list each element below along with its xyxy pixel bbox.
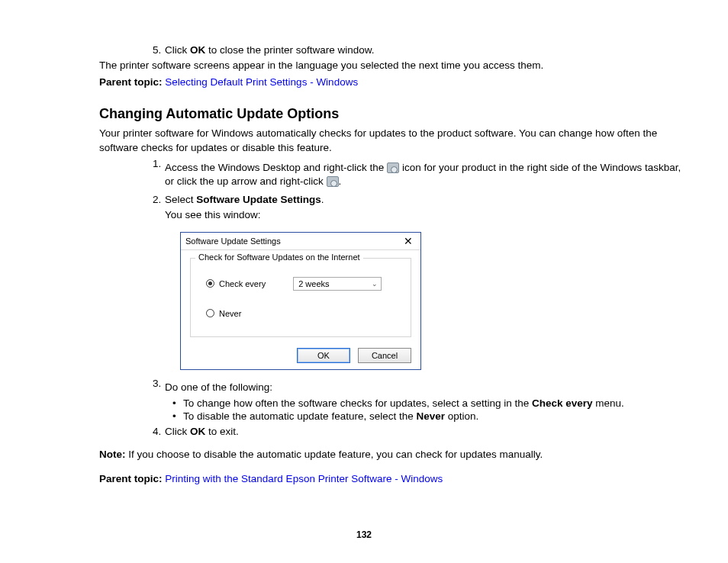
step4-post: to exit. [205, 426, 239, 437]
step5-pre: Click [165, 44, 190, 56]
after-step5-text: The printer software screens appear in t… [99, 59, 693, 72]
bullet-icon: • [172, 397, 183, 409]
step1-pre: Access the Windows Desktop and right-cli… [165, 162, 387, 173]
step5-text: Click OK to close the printer software w… [165, 44, 693, 56]
radio-never-label: Never [219, 309, 241, 318]
step2-bold: Software Update Settings [196, 194, 321, 205]
dialog-titlebar: Software Update Settings ✕ [181, 233, 420, 250]
b1-pre: To change how often the software checks … [183, 397, 532, 409]
bullet-icon: • [172, 410, 183, 422]
parent-topic-1-link[interactable]: Selecting Default Print Settings - Windo… [165, 76, 358, 88]
chevron-down-icon: ⌄ [372, 280, 378, 288]
parent-topic-2-label: Parent topic: [99, 473, 163, 484]
step3-body: Do one of the following: • To change how… [165, 378, 693, 423]
radio-never-row: Never [206, 309, 403, 318]
cancel-button[interactable]: Cancel [358, 348, 411, 363]
step4-bold: OK [190, 426, 205, 437]
dialog-screenshot: Software Update Settings ✕ Check for Sof… [180, 232, 693, 370]
parent-topic-2-link[interactable]: Printing with the Standard Epson Printer… [165, 473, 443, 484]
dialog-fieldset: Check for Software Updates on the Intern… [190, 258, 411, 337]
fieldset-legend: Check for Software Updates on the Intern… [195, 253, 363, 262]
note-label: Note: [99, 449, 126, 460]
section-intro: Your printer software for Windows automa… [99, 127, 693, 154]
step5-bold: OK [190, 44, 205, 56]
dialog-button-row: OK Cancel [181, 343, 420, 363]
b2-bold: Never [416, 410, 445, 422]
step1-number: 1. [99, 158, 165, 191]
parent-topic-2: Parent topic: Printing with the Standard… [99, 472, 693, 486]
step4-number: 4. [99, 426, 165, 437]
step2-number: 2. [99, 194, 165, 225]
step5-number: 5. [99, 44, 165, 56]
interval-combo-value: 2 weeks [298, 279, 329, 288]
radio-never[interactable] [206, 309, 214, 317]
b1-post: menu. [593, 397, 624, 409]
radio-check-every-label: Check every [219, 279, 266, 288]
step2-post: . [321, 194, 324, 205]
section-heading: Changing Automatic Update Options [99, 106, 693, 122]
step4-pre: Click [165, 426, 190, 437]
note-text: If you choose to disable the automatic u… [126, 449, 543, 460]
step2-yousee: You see this window: [165, 208, 693, 222]
step4-text: Click OK to exit. [165, 426, 693, 437]
step1-text: Access the Windows Desktop and right-cli… [165, 161, 693, 188]
step2-text: Select Software Update Settings. You see… [165, 194, 693, 225]
b2-post: option. [445, 410, 478, 422]
step3-number: 3. [99, 378, 165, 423]
radio-check-every[interactable] [206, 279, 214, 288]
step3-text: Do one of the following: [165, 381, 693, 394]
step3-bullet2: • To disable the automatic update featur… [172, 410, 693, 422]
radio-check-every-row: Check every 2 weeks ⌄ [206, 277, 403, 291]
b2-pre: To disable the automatic update feature,… [183, 410, 416, 422]
step3-bullet1: • To change how often the software check… [172, 397, 693, 409]
step1-post: . [339, 175, 342, 187]
step5-post: to close the printer software window. [205, 44, 374, 56]
note-paragraph: Note: If you choose to disable the autom… [99, 448, 693, 462]
ok-button[interactable]: OK [297, 348, 350, 363]
dialog-title: Software Update Settings [185, 236, 281, 246]
step2-pre: Select [165, 194, 196, 205]
taskbar-product-icon [387, 162, 399, 173]
close-icon[interactable]: ✕ [401, 236, 416, 246]
parent-topic-1: Parent topic: Selecting Default Print Se… [99, 76, 693, 89]
interval-combo[interactable]: 2 weeks ⌄ [293, 277, 382, 291]
parent-topic-1-label: Parent topic: [99, 76, 163, 88]
page-number: 132 [0, 529, 728, 540]
b1-bold: Check every [532, 397, 593, 409]
taskbar-product-icon-2 [327, 176, 339, 187]
